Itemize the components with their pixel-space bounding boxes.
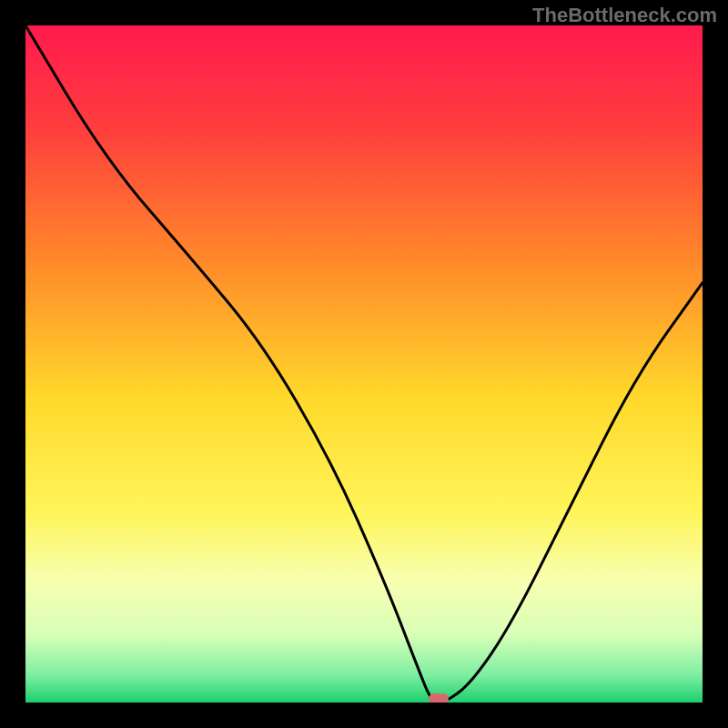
optimal-marker xyxy=(429,693,449,703)
chart-frame: TheBottleneck.com xyxy=(0,0,728,728)
plot-area xyxy=(25,25,703,703)
chart-curve xyxy=(25,25,703,703)
watermark: TheBottleneck.com xyxy=(532,4,717,27)
curve-path xyxy=(25,25,703,703)
